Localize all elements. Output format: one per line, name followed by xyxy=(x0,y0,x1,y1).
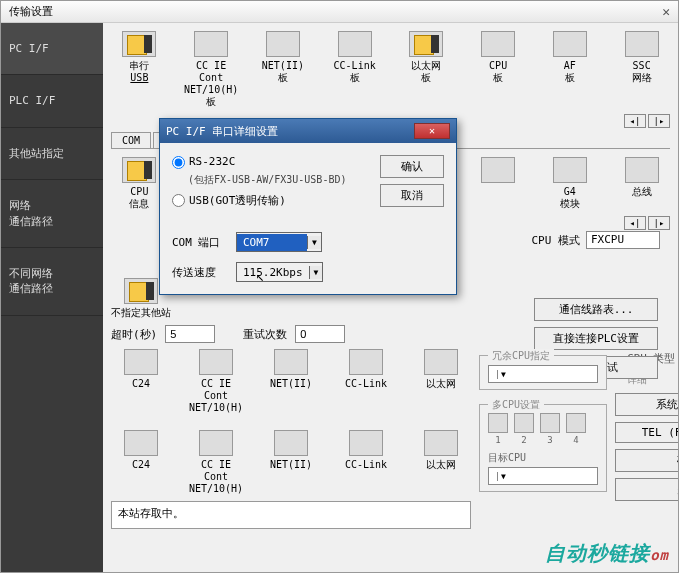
com-port-combo[interactable]: COM7 ▼ xyxy=(236,232,322,252)
net2-icon-label-2: NET(II) xyxy=(270,459,312,471)
net1-icon-icon-2 xyxy=(274,349,308,375)
sidebar-item-diff-network-path[interactable]: 不同网络 通信路径 xyxy=(1,248,103,316)
timeout-input[interactable] xyxy=(165,325,215,343)
net1-icon-icon-4 xyxy=(424,349,458,375)
net1-icon-icon-1 xyxy=(199,349,233,375)
pc-if-icon-label-3: CC-Link 板 xyxy=(334,60,376,84)
usb-radio[interactable] xyxy=(172,194,185,207)
plc-if-icon-label-7: 总线 xyxy=(632,186,652,198)
rs232c-radio[interactable] xyxy=(172,156,185,169)
retry-label: 重试次数 xyxy=(243,327,287,342)
net1-icon-label-2: NET(II) xyxy=(270,378,312,390)
plc-if-icon-6[interactable]: G4 模块 xyxy=(542,157,599,210)
chevron-down-icon[interactable]: ▼ xyxy=(309,266,323,279)
pc-if-icon-label-7: SSC 网络 xyxy=(632,60,652,84)
target-cpu-label: 目标CPU xyxy=(488,451,598,465)
system-image-button[interactable]: 系统图象... xyxy=(615,393,678,416)
cpu-num-3: 3 xyxy=(540,435,560,445)
cpu-mode-value[interactable]: FXCPU xyxy=(586,231,660,249)
net2-icon-3[interactable]: CC-Link xyxy=(336,430,396,495)
net2-icon-label-0: C24 xyxy=(132,459,150,471)
dialog-title: PC I/F 串口详细设置 xyxy=(166,124,278,139)
pc-if-icon-1[interactable]: CC IE Cont NET/10(H)板 xyxy=(183,31,240,108)
net2-icon-2[interactable]: NET(II) xyxy=(261,430,321,495)
pc-if-icon-icon-2 xyxy=(266,31,300,57)
sidebar-item-pc-if[interactable]: PC I/F xyxy=(1,23,103,75)
plc-if-icon-icon-5 xyxy=(481,157,515,183)
sidebar-item-other-station[interactable]: 其他站指定 xyxy=(1,128,103,180)
baud-combo[interactable]: 115.2Kbps ▼ xyxy=(236,262,323,282)
timeout-label: 超时(秒) xyxy=(111,327,157,342)
close-icon[interactable]: ✕ xyxy=(662,4,670,19)
window-title: 传输设置 xyxy=(9,4,53,19)
pc-if-icon-icon-3 xyxy=(338,31,372,57)
cpu-slot-labels: 1 2 3 4 xyxy=(488,435,598,445)
tel-button[interactable]: TEL (FXCPU)... xyxy=(615,422,678,443)
net1-icon-0[interactable]: C24 xyxy=(111,349,171,414)
pc-if-icon-icon-5 xyxy=(481,31,515,57)
serial-detail-dialog: PC I/F 串口详细设置 ✕ RS-232C (包括FX-USB-AW/FX3… xyxy=(159,118,457,295)
cpu-slot-2[interactable] xyxy=(514,413,534,433)
tab-com[interactable]: COM xyxy=(111,132,151,148)
plc-if-icon-5[interactable] xyxy=(470,157,527,210)
icon-row-pc-if: 串行USBCC IE Cont NET/10(H)板NET(II) 板CC-Li… xyxy=(111,31,670,108)
net2-icon-4[interactable]: 以太网 xyxy=(411,430,471,495)
net1-icon-label-4: 以太网 xyxy=(426,378,456,390)
usb-label: USB(GOT透明传输) xyxy=(189,193,286,208)
net-row-1: C24CC IE Cont NET/10(H)NET(II)CC-Link以太网 xyxy=(111,349,471,414)
pc-if-icon-0[interactable]: 串行USB xyxy=(111,31,168,108)
dialog-close-button[interactable]: ✕ xyxy=(414,123,450,139)
plc-if-icon-icon-7 xyxy=(625,157,659,183)
pc-if-icon-7[interactable]: SSC 网络 xyxy=(613,31,670,108)
com-port-value: COM7 xyxy=(237,234,307,251)
pc-if-icon-5[interactable]: CPU 板 xyxy=(470,31,527,108)
watermark: 自动秒链接om xyxy=(545,540,669,567)
dialog-buttons: 确认 取消 xyxy=(380,155,444,207)
cpu-slot-4[interactable] xyxy=(566,413,586,433)
redundant-cpu-select[interactable]: ▼ xyxy=(488,365,598,383)
cpu-mode-label: CPU 模式 xyxy=(532,233,581,248)
dialog-title-bar[interactable]: PC I/F 串口详细设置 ✕ xyxy=(160,119,456,143)
net1-icon-3[interactable]: CC-Link xyxy=(336,349,396,414)
nav-left-2[interactable]: ◂| xyxy=(624,216,646,230)
close-button[interactable]: 关闭 xyxy=(615,478,678,501)
nav-right-2[interactable]: |▸ xyxy=(648,216,670,230)
com-port-label: COM 端口 xyxy=(172,235,226,250)
redundant-cpu-legend: 冗余CPU指定 xyxy=(488,349,554,363)
net2-icon-0[interactable]: C24 xyxy=(111,430,171,495)
sidebar-item-network-path[interactable]: 网络 通信路径 xyxy=(1,180,103,248)
retry-input[interactable] xyxy=(295,325,345,343)
net2-icon-1[interactable]: CC IE Cont NET/10(H) xyxy=(186,430,246,495)
dialog-ok-button[interactable]: 确认 xyxy=(380,155,444,178)
ok-button[interactable]: 确认 xyxy=(615,449,678,472)
pc-if-icon-4[interactable]: 以太网 板 xyxy=(398,31,455,108)
plc-if-icon-7[interactable]: 总线 xyxy=(613,157,670,210)
pc-if-icon-6[interactable]: AF 板 xyxy=(542,31,599,108)
net1-icon-4[interactable]: 以太网 xyxy=(411,349,471,414)
redundant-cpu-group: 冗余CPU指定 ▼ xyxy=(479,355,607,390)
net2-icon-label-3: CC-Link xyxy=(345,459,387,471)
status-bar: 本站存取中。 xyxy=(111,501,471,529)
chevron-down-icon[interactable]: ▼ xyxy=(307,236,321,249)
net1-icon-label-3: CC-Link xyxy=(345,378,387,390)
dialog-cancel-button[interactable]: 取消 xyxy=(380,184,444,207)
pc-if-icon-3[interactable]: CC-Link 板 xyxy=(326,31,383,108)
route-table-button[interactable]: 通信线路表... xyxy=(534,298,658,321)
net2-icon-icon-1 xyxy=(199,430,233,456)
middle-groups: 冗余CPU指定 ▼ 多CPU设置 xyxy=(479,349,607,529)
net-row-2: C24CC IE Cont NET/10(H)NET(II)CC-Link以太网 xyxy=(111,430,471,495)
net1-icon-2[interactable]: NET(II) xyxy=(261,349,321,414)
net1-icon-1[interactable]: CC IE Cont NET/10(H) xyxy=(186,349,246,414)
direct-plc-button[interactable]: 直接连接PLC设置 xyxy=(534,327,658,350)
pc-if-icon-label-0: 串行USB xyxy=(129,60,149,84)
pc-if-icon-2[interactable]: NET(II) 板 xyxy=(255,31,312,108)
rs232c-label: RS-232C xyxy=(189,155,235,168)
net2-icon-icon-0 xyxy=(124,430,158,456)
nav-left-1[interactable]: ◂| xyxy=(624,114,646,128)
plc-if-icon-icon-6 xyxy=(553,157,587,183)
cpu-slot-1[interactable] xyxy=(488,413,508,433)
target-cpu-select[interactable]: ▼ xyxy=(488,467,598,485)
sidebar-item-plc-if[interactable]: PLC I/F xyxy=(1,75,103,127)
nav-right-1[interactable]: |▸ xyxy=(648,114,670,128)
cpu-slot-3[interactable] xyxy=(540,413,560,433)
